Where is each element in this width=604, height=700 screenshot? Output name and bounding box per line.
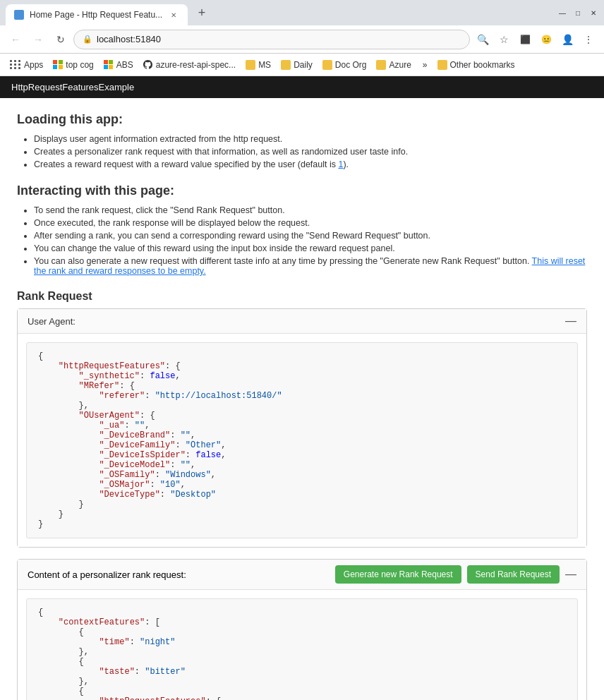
rank-request-title: Rank Request bbox=[17, 290, 587, 303]
loading-bullets: Displays user agent information extracte… bbox=[34, 134, 587, 169]
bookmark-star-icon[interactable]: ☆ bbox=[494, 30, 514, 49]
yellow-icon-ms bbox=[246, 60, 255, 70]
tab-close-button[interactable]: ✕ bbox=[168, 9, 179, 20]
bookmark-daily-label: Daily bbox=[294, 60, 313, 70]
yellow-icon-docorg bbox=[322, 60, 332, 70]
bookmark-ms[interactable]: MS bbox=[241, 57, 275, 73]
tab-favicon bbox=[14, 10, 24, 20]
rank-request-panel: Content of a personalizer rank request: … bbox=[17, 559, 587, 700]
url-text: localhost:51840 bbox=[97, 34, 161, 44]
yellow-icon-other bbox=[437, 60, 447, 70]
maximize-button[interactable]: □ bbox=[573, 8, 583, 18]
bookmark-abs[interactable]: ABS bbox=[99, 57, 138, 73]
app-header: HttpRequestFeaturesExample bbox=[0, 76, 604, 98]
send-rank-request-button[interactable]: Send Rank Request bbox=[467, 565, 560, 584]
rank-request-panel-header: Content of a personalizer rank request: … bbox=[18, 560, 586, 590]
ms-icon-topcog bbox=[53, 60, 63, 70]
minimize-button[interactable]: — bbox=[557, 8, 567, 18]
new-tab-button[interactable]: + bbox=[192, 3, 212, 23]
github-icon bbox=[143, 60, 153, 70]
loading-title: Loading this app: bbox=[17, 112, 587, 127]
close-button[interactable]: ✕ bbox=[588, 8, 598, 18]
rank-request-content-label: Content of a personalizer rank request: bbox=[28, 569, 186, 580]
app-title: HttpRequestFeaturesExample bbox=[11, 82, 134, 92]
loading-bullet-3: Creates a reward request with a reward v… bbox=[34, 159, 587, 169]
bookmark-azure-label2: Azure bbox=[389, 60, 411, 70]
yellow-icon-daily bbox=[281, 60, 291, 70]
user-agent-code: { "httpRequestFeatures": { "_synthetic":… bbox=[26, 342, 578, 538]
back-button[interactable]: ← bbox=[6, 30, 25, 49]
bookmark-topcog-label: top cog bbox=[66, 60, 93, 70]
refresh-button[interactable]: ↻ bbox=[51, 30, 71, 49]
bookmark-doc-org[interactable]: Doc Org bbox=[318, 57, 371, 73]
apps-label: Apps bbox=[24, 60, 43, 70]
bookmark-azure-rest[interactable]: azure-rest-api-spec... bbox=[139, 57, 240, 73]
title-bar-left: Home Page - Http Request Featu... ✕ + bbox=[6, 0, 557, 25]
loading-bullet-2: Creates a personalizer rank request with… bbox=[34, 147, 587, 157]
interacting-section: Interacting with this page: To send the … bbox=[17, 183, 587, 276]
bookmark-abs-label: ABS bbox=[116, 60, 133, 70]
rank-request-header-actions: Generate new Rank Request Send Rank Requ… bbox=[335, 565, 576, 584]
bookmark-ms-label: MS bbox=[258, 60, 271, 70]
profile-icon[interactable]: 👤 bbox=[557, 30, 577, 49]
extensions-icon[interactable]: ⬛ bbox=[515, 30, 535, 49]
secure-icon: 🔒 bbox=[83, 35, 92, 44]
title-bar: Home Page - Http Request Featu... ✕ + — … bbox=[0, 0, 604, 25]
rank-request-buttons: Generate new Rank Request Send Rank Requ… bbox=[335, 565, 560, 584]
rank-request-code: { "contextFeatures": [ { "time": "night"… bbox=[26, 598, 578, 700]
page-content: Loading this app: Displays user agent in… bbox=[0, 98, 604, 700]
user-agent-label: User Agent: bbox=[28, 316, 76, 327]
apps-button[interactable]: Apps bbox=[6, 57, 47, 73]
generate-rank-request-button[interactable]: Generate new Rank Request bbox=[335, 565, 461, 584]
rank-request-panel-body: { "contextFeatures": [ { "time": "night"… bbox=[18, 590, 586, 700]
interact-bullet-5: You can also generate a new request with… bbox=[34, 256, 587, 276]
user-agent-panel-header: User Agent: — bbox=[18, 309, 586, 334]
loading-section: Loading this app: Displays user agent in… bbox=[17, 112, 587, 169]
yellow-icon-azure bbox=[376, 60, 386, 70]
user-agent-panel: User Agent: — { "httpRequestFeatures": {… bbox=[17, 308, 587, 548]
user-agent-collapse-button[interactable]: — bbox=[565, 315, 576, 327]
interact-bullet-2: Once executed, the rank response will be… bbox=[34, 218, 587, 228]
bookmark-azure[interactable]: Azure bbox=[372, 57, 415, 73]
interacting-bullets: To send the rank request, click the "Sen… bbox=[34, 205, 587, 276]
bookmark-daily[interactable]: Daily bbox=[277, 57, 317, 73]
interacting-title: Interacting with this page: bbox=[17, 183, 587, 198]
other-bookmarks-label: Other bookmarks bbox=[450, 60, 515, 70]
search-icon[interactable]: 🔍 bbox=[473, 30, 493, 49]
rank-request-section: Rank Request User Agent: — { "httpReques… bbox=[17, 290, 587, 700]
active-tab[interactable]: Home Page - Http Request Featu... ✕ bbox=[6, 4, 188, 25]
apps-grid-icon bbox=[10, 60, 21, 69]
tab-title: Home Page - Http Request Featu... bbox=[30, 10, 162, 20]
user-agent-panel-body: { "httpRequestFeatures": { "_synthetic":… bbox=[18, 334, 586, 547]
forward-button[interactable]: → bbox=[28, 30, 48, 49]
interact-bullet-3: After sending a rank, you can send a cor… bbox=[34, 231, 587, 241]
address-bar: ← → ↻ 🔒 localhost:51840 🔍 ☆ ⬛ 😐 👤 ⋮ bbox=[0, 25, 604, 54]
bookmark-azure-label: azure-rest-api-spec... bbox=[156, 60, 236, 70]
bookmark-docorg-label: Doc Org bbox=[335, 60, 367, 70]
interact-bullet-4: You can change the value of this reward … bbox=[34, 243, 587, 253]
loading-bullet-1: Displays user agent information extracte… bbox=[34, 134, 587, 144]
ms-icon-abs bbox=[104, 60, 114, 70]
interact-bullet-1: To send the rank request, click the "Sen… bbox=[34, 205, 587, 215]
rank-request-collapse-button[interactable]: — bbox=[565, 568, 576, 581]
bookmarks-bar: Apps top cog ABS azure-rest-api-spec... … bbox=[0, 54, 604, 76]
cast-icon[interactable]: 😐 bbox=[536, 30, 556, 49]
menu-icon[interactable]: ⋮ bbox=[579, 30, 598, 49]
window-controls: — □ ✕ bbox=[557, 8, 598, 18]
address-icons: 🔍 ☆ ⬛ 😐 👤 ⋮ bbox=[473, 30, 598, 49]
more-bookmarks-button[interactable]: » bbox=[418, 57, 432, 73]
other-bookmarks-button[interactable]: Other bookmarks bbox=[433, 57, 519, 73]
bookmark-top-cog[interactable]: top cog bbox=[49, 57, 97, 73]
url-bar[interactable]: 🔒 localhost:51840 bbox=[73, 30, 470, 49]
